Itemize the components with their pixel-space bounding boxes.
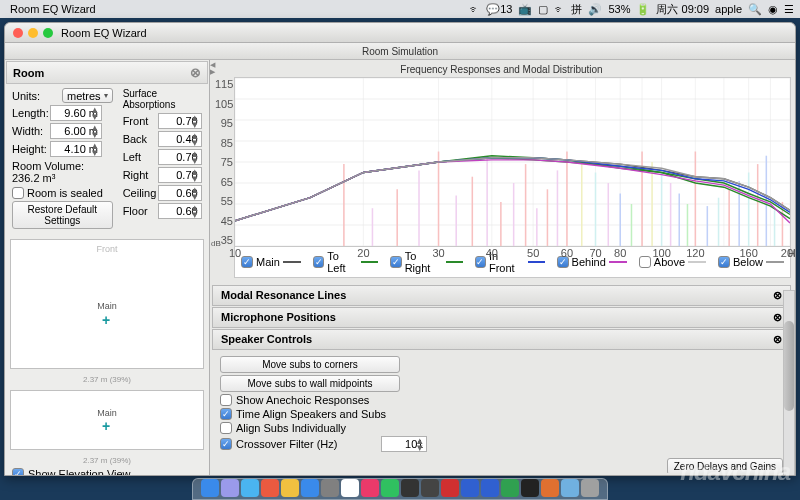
- show-elevation-checkbox[interactable]: ✓: [12, 468, 24, 475]
- battery-icon[interactable]: 🔋: [636, 3, 650, 16]
- wifi-icon[interactable]: ᯤ: [469, 3, 480, 15]
- airplay-icon[interactable]: ▢: [538, 3, 548, 16]
- siri-icon[interactable]: ◉: [768, 3, 778, 16]
- move-subs-midpoints-button[interactable]: Move subs to wall midpoints: [220, 375, 400, 392]
- legend-checkbox[interactable]: ✓: [475, 256, 486, 268]
- restore-defaults-button[interactable]: Restore Default Settings: [12, 201, 113, 229]
- dock-app-18[interactable]: [561, 479, 579, 497]
- height-input[interactable]: 4.10 m▴▾: [50, 141, 102, 157]
- surf-back-label: Back: [123, 133, 158, 145]
- dock-app-1[interactable]: [221, 479, 239, 497]
- spinner-icon[interactable]: ▴▾: [190, 150, 200, 164]
- titlebar[interactable]: Room EQ Wizard: [5, 23, 795, 43]
- dock-app-9[interactable]: [381, 479, 399, 497]
- spinner-icon[interactable]: ▴▾: [90, 142, 100, 156]
- units-select[interactable]: metres: [62, 88, 113, 103]
- time-align-checkbox[interactable]: ✓: [220, 408, 232, 420]
- room-panel-title: Room: [13, 67, 44, 79]
- surf-right-input[interactable]: 0.70▴▾: [158, 167, 202, 183]
- legend-main[interactable]: ✓ Main: [241, 256, 301, 268]
- dock-app-0[interactable]: [201, 479, 219, 497]
- sidebar: Room ⊗ Units: metres Length: 9.60 m▴▾ Wi…: [5, 60, 210, 475]
- dock-app-16[interactable]: [521, 479, 539, 497]
- dock-app-19[interactable]: [581, 479, 599, 497]
- length-input[interactable]: 9.60 m▴▾: [50, 105, 102, 121]
- elev-main-marker[interactable]: [102, 418, 112, 428]
- dock-app-15[interactable]: [501, 479, 519, 497]
- dock-app-4[interactable]: [281, 479, 299, 497]
- dock-app-17[interactable]: [541, 479, 559, 497]
- dock-app-7[interactable]: [341, 479, 359, 497]
- collapse-icon[interactable]: ⊗: [773, 333, 782, 346]
- legend-checkbox[interactable]: ✓: [390, 256, 401, 268]
- dock-app-13[interactable]: [461, 479, 479, 497]
- room-plan-view[interactable]: Front Main (13%)1.29 m: [10, 239, 204, 369]
- surf-front-label: Front: [123, 115, 158, 127]
- dock-app-12[interactable]: [441, 479, 459, 497]
- width-input[interactable]: 6.00 m▴▾: [50, 123, 102, 139]
- spinner-icon[interactable]: ▴▾: [90, 124, 100, 138]
- expand-icon[interactable]: ⊗: [773, 311, 782, 324]
- dock-app-10[interactable]: [401, 479, 419, 497]
- frequency-response-chart[interactable]: 11510595857565554535dB 10203040506070801…: [234, 77, 791, 247]
- dock-app-8[interactable]: [361, 479, 379, 497]
- expand-icon[interactable]: ⊗: [773, 289, 782, 302]
- volume-icon[interactable]: 🔊: [588, 3, 602, 16]
- zero-delays-gains-button[interactable]: Zero Delays and Gains: [667, 458, 783, 473]
- align-indiv-checkbox[interactable]: [220, 422, 232, 434]
- mic-positions-header[interactable]: Microphone Positions⊗: [212, 307, 791, 328]
- move-subs-corners-button[interactable]: Move subs to corners: [220, 356, 400, 373]
- spinner-icon[interactable]: ▴▾: [190, 132, 200, 146]
- scroll-thumb[interactable]: [784, 321, 794, 411]
- dock-app-2[interactable]: [241, 479, 259, 497]
- crossover-input[interactable]: 101▴▾: [381, 436, 427, 452]
- wifi2-icon[interactable]: ᯤ: [554, 3, 565, 15]
- crossover-checkbox[interactable]: ✓: [220, 438, 232, 450]
- speaker-controls-header[interactable]: Speaker Controls⊗: [212, 329, 791, 350]
- speaker-controls-body: Move subs to corners Move subs to wall m…: [212, 350, 791, 473]
- surf-left-label: Left: [123, 151, 158, 163]
- surf-floor-input[interactable]: 0.60▴▾: [158, 203, 202, 219]
- dock-app-3[interactable]: [261, 479, 279, 497]
- spotlight-icon[interactable]: 🔍: [748, 3, 762, 16]
- dock-app-14[interactable]: [481, 479, 499, 497]
- legend-checkbox[interactable]: [639, 256, 651, 268]
- spinner-icon[interactable]: ▴▾: [190, 186, 200, 200]
- spinner-icon[interactable]: ▴▾: [190, 114, 200, 128]
- dock-app-11[interactable]: [421, 479, 439, 497]
- spinner-icon[interactable]: ▴▾: [190, 204, 200, 218]
- surf-left-input[interactable]: 0.70▴▾: [158, 149, 202, 165]
- input-source[interactable]: 拼: [571, 2, 582, 17]
- dock-app-6[interactable]: [321, 479, 339, 497]
- app-window: Room EQ Wizard Room Simulation Room ⊗ Un…: [4, 22, 796, 476]
- main-speaker-marker[interactable]: [102, 312, 112, 322]
- user-name[interactable]: apple: [715, 3, 742, 15]
- surf-front-input[interactable]: 0.70▴▾: [158, 113, 202, 129]
- modal-resonance-header[interactable]: Modal Resonance Lines⊗: [212, 285, 791, 306]
- legend-checkbox[interactable]: ✓: [718, 256, 730, 268]
- scrollbar[interactable]: [783, 290, 795, 475]
- notif-icon[interactable]: ☰: [784, 3, 794, 16]
- room-panel-header[interactable]: Room ⊗: [6, 61, 208, 84]
- spinner-icon[interactable]: ▴▾: [190, 168, 200, 182]
- splitter-handle[interactable]: ◀▶: [210, 60, 218, 75]
- surf-ceiling-label: Ceiling: [123, 187, 158, 199]
- width-label: Width:: [12, 125, 50, 137]
- anechoic-checkbox[interactable]: [220, 394, 232, 406]
- app-menu[interactable]: Room EQ Wizard: [10, 3, 96, 15]
- dock-app-5[interactable]: [301, 479, 319, 497]
- minimize-button[interactable]: [28, 28, 38, 38]
- sealed-checkbox[interactable]: [12, 187, 24, 199]
- room-elevation-view[interactable]: Main (29%)1.19 m: [10, 390, 204, 450]
- legend-checkbox[interactable]: ✓: [313, 256, 324, 268]
- collapse-icon[interactable]: ⊗: [190, 65, 201, 80]
- tv-icon[interactable]: 📺: [518, 3, 532, 16]
- msg-icon[interactable]: 💬13: [486, 3, 512, 16]
- zoom-button[interactable]: [43, 28, 53, 38]
- close-button[interactable]: [13, 28, 23, 38]
- spinner-icon[interactable]: ▴▾: [90, 106, 100, 120]
- legend-checkbox[interactable]: ✓: [241, 256, 253, 268]
- surf-back-input[interactable]: 0.40▴▾: [158, 131, 202, 147]
- spinner-icon[interactable]: ▴▾: [415, 437, 425, 451]
- surf-ceiling-input[interactable]: 0.60▴▾: [158, 185, 202, 201]
